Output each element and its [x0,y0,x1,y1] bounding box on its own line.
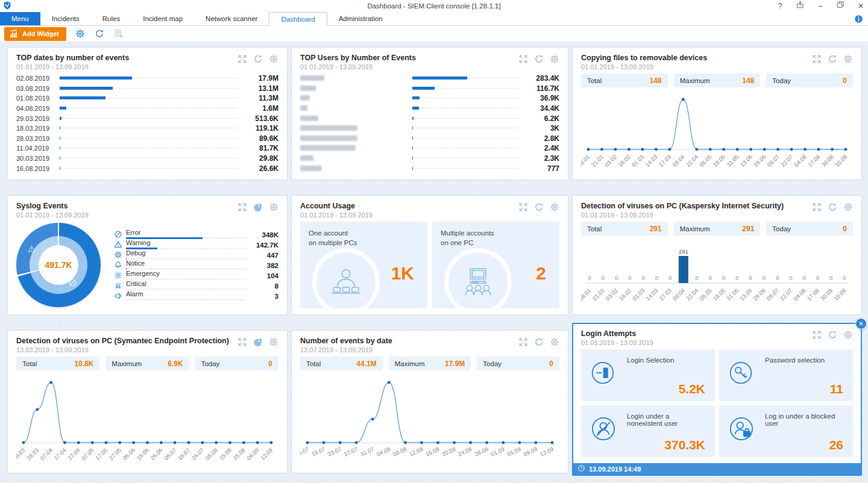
stat-value: 0 [268,360,272,368]
svg-text:0: 0 [602,275,605,281]
bar-label-redacted [300,155,412,162]
expand-icon[interactable] [812,202,822,212]
svg-text:05.09: 05.09 [506,446,522,458]
refresh-icon[interactable] [828,54,837,64]
add-widget-button[interactable]: Add Widget [4,27,66,41]
svg-text:27.03: 27.03 [658,287,673,302]
tab-rules[interactable]: Rules [91,12,131,25]
widget-date-range: 01.01.2019 - 13.09.2019 [300,63,416,70]
tab-menu[interactable]: Menu [0,12,40,25]
bar-row: 30.03.201929.8K [16,154,278,164]
close-widget-button[interactable]: ✕ [855,318,867,329]
bar-track [412,116,522,121]
widget-body: 02.08.201917.9M03.08.201913.1M01.08.2019… [16,73,278,173]
widget-date-range: 13.03.2019 - 13.09.2019 [16,346,229,354]
expand-icon[interactable] [518,54,528,64]
tab-dashboard[interactable]: Dashboard [269,12,327,26]
bar-value: 89.6K [241,134,278,143]
widget-settings-icon[interactable] [550,337,559,347]
widget-header: Copying files to removable devices 01.01… [581,54,853,70]
widget-settings-icon[interactable] [843,54,853,64]
dashboard-settings-icon[interactable] [75,28,86,39]
tab-network-scanner[interactable]: Network scanner [194,12,269,25]
refresh-icon[interactable] [534,337,544,347]
widget-settings-icon[interactable] [550,54,559,64]
dashboard-grid: TOP dates by number of events 01.01.2019… [0,42,868,483]
expand-icon[interactable] [237,54,247,64]
stat-label: Total [587,77,602,84]
bar [412,157,413,160]
widget-settings-icon[interactable] [269,202,278,212]
bar-value: 81.7K [241,144,278,152]
add-widget-label: Add Widget [22,30,59,37]
svg-text:01.03: 01.03 [631,287,646,302]
widget-settings-icon[interactable] [843,202,853,212]
bar [412,117,414,120]
svg-text:06.07: 06.07 [163,447,178,462]
svg-text:12.08: 12.08 [408,446,424,458]
window-close-button[interactable]: ✕ [857,0,864,12]
info-icon[interactable] [854,14,863,26]
refresh-dashboard-icon[interactable] [94,28,105,39]
window-help-button[interactable]: ? [776,0,784,12]
expand-icon[interactable] [518,202,528,212]
legend-value: 104 [250,272,278,279]
svg-text:28.03: 28.03 [25,447,40,462]
expand-icon[interactable] [812,54,822,64]
expand-icon[interactable] [237,202,247,212]
save-report-icon[interactable] [113,28,124,39]
refresh-icon[interactable] [828,330,837,340]
add-widget-chart-icon [9,29,18,39]
svg-text:0: 0 [655,275,658,281]
legend-row: Alarm 3 [114,290,278,301]
svg-text:14.03: 14.03 [644,287,659,302]
legend-row: Critical 8 [114,280,278,290]
svg-text:0: 0 [816,275,819,281]
window-title: Dashboard - SIEM.Client console [1.28.1.… [0,2,868,10]
expand-icon[interactable] [518,337,528,347]
stats-row: Total291Maximum291Today0 [581,222,853,235]
svg-text:22.04: 22.04 [685,154,700,169]
tab-incident-map[interactable]: Incident map [131,12,194,25]
expand-icon[interactable] [812,330,822,340]
bar-track [412,136,522,141]
chart-type-pie-icon[interactable] [253,337,263,347]
bar [60,146,60,149]
widget-date-range: 01.01.2019 - 13.09.2019 [300,211,373,219]
card-label: Login Selection [627,357,706,364]
window-pin-button[interactable] [796,0,804,12]
pc-multi-user-icon [444,248,512,308]
refresh-icon[interactable] [828,202,837,212]
expand-icon[interactable] [237,337,247,347]
window-minimize-button[interactable]: – [817,0,824,12]
bar-track [412,156,522,161]
chart-type-pie-icon[interactable] [253,202,263,212]
user-lock-icon [728,416,755,444]
widget-settings-icon[interactable] [843,330,853,340]
widget-title: TOP dates by number of events [16,54,129,62]
svg-text:13.06: 13.06 [738,287,753,302]
stats-row: Total10.8KMaximum6.9KToday0 [16,357,278,370]
refresh-icon[interactable] [534,54,544,64]
legend-row: Notice 382 [114,260,278,270]
bar-value: 2.4K [522,144,559,152]
tab-incidents[interactable]: Incidents [40,12,91,25]
widget-settings-icon[interactable] [269,54,278,64]
bar-track [412,126,522,131]
widget-settings-icon[interactable] [550,202,559,212]
refresh-icon[interactable] [534,202,544,212]
widget-settings-icon[interactable] [269,337,278,347]
refresh-icon[interactable] [253,54,263,64]
widget-title: Detection of viruses on PC (Symantec End… [16,337,229,345]
bar-track [412,86,522,91]
legend-label: Critical [126,280,246,287]
warn-icon [114,240,122,249]
svg-text:0: 0 [789,275,792,281]
svg-text:07.05: 07.05 [80,447,95,462]
svg-text:20.08: 20.08 [441,446,456,458]
svg-text:0: 0 [668,275,671,281]
tab-administration[interactable]: Administration [327,12,394,25]
svg-text:17.08: 17.08 [807,154,822,169]
svg-text:16.07: 16.07 [177,447,192,462]
window-restore-button[interactable] [837,0,844,12]
